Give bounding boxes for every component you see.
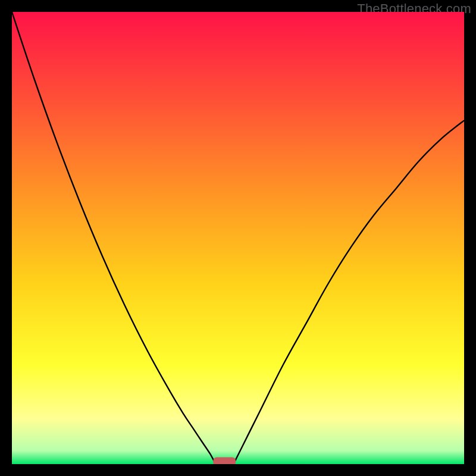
- chart-svg: [12, 12, 464, 464]
- outer-frame: TheBottleneck.com: [0, 0, 476, 476]
- optimum-marker: [213, 457, 236, 464]
- gradient-background: [12, 12, 464, 464]
- chart-plot-area: [12, 12, 464, 464]
